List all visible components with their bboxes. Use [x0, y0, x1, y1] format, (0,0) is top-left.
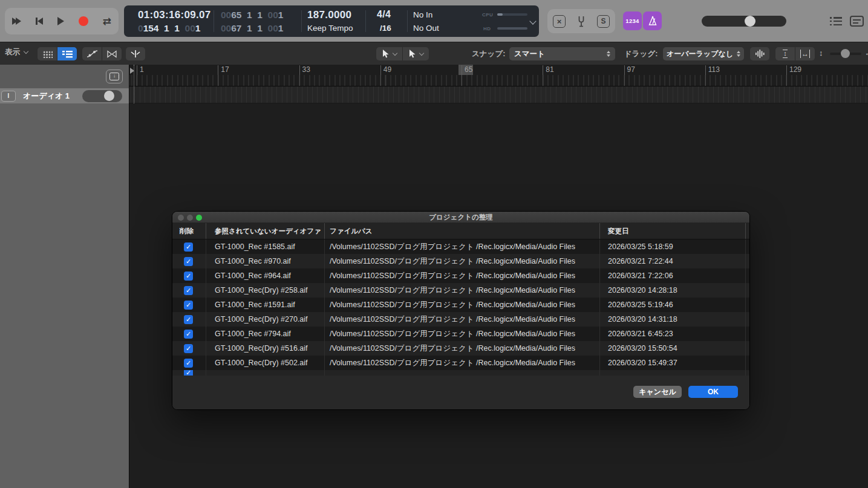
modified-date-cell: 2026/03/20 14:28:18	[600, 283, 746, 298]
snap-dropdown[interactable]: スマート	[509, 47, 615, 60]
delete-checkbox[interactable]: ✓	[184, 301, 193, 310]
delete-checkbox[interactable]: ✓	[184, 257, 193, 266]
count-in-button[interactable]: 1234	[623, 11, 642, 30]
grid-view-button[interactable]	[38, 47, 57, 60]
waveform-zoom-button[interactable]	[750, 47, 769, 60]
command-click-tool-menu[interactable]	[402, 47, 429, 60]
delete-checkbox[interactable]: ✓	[184, 370, 193, 376]
modified-date-cell: 2026/03/20 14:31:18	[600, 312, 746, 327]
stub-cell	[746, 312, 749, 327]
file-name-cell: GT-1000_Rec(Dry) #258.aif	[206, 283, 325, 298]
column-header-filename[interactable]: 参照されていないオーディオファイル	[206, 223, 325, 239]
delete-checkbox[interactable]: ✓	[184, 242, 193, 252]
zoom-window-button[interactable]	[196, 215, 202, 221]
lcd-bar-position[interactable]: 0154 1 1 001	[138, 23, 200, 34]
track-header-audio-1[interactable]: I オーディオ 1	[0, 88, 129, 103]
ok-button[interactable]: OK	[688, 386, 738, 398]
midi-panic-button[interactable]: ×	[553, 15, 566, 28]
lcd-time-signature[interactable]: 4/4	[377, 9, 391, 20]
delete-checkbox[interactable]: ✓	[184, 359, 193, 368]
table-row[interactable]: ✓GT-1000_Rec #964.aif/Volumes/1102SSD/ブロ…	[172, 268, 749, 283]
column-header-delete[interactable]: 削除	[172, 223, 206, 239]
track-header-config-button[interactable]: ↓	[106, 70, 123, 83]
delete-checkbox[interactable]: ✓	[184, 344, 193, 353]
lcd-divider	[407, 10, 408, 32]
cancel-button[interactable]: キャンセル	[633, 386, 682, 398]
automation-button[interactable]	[82, 47, 102, 60]
close-button[interactable]	[178, 215, 184, 221]
file-name-cell: GT-1000_Rec #794.aif	[206, 327, 325, 341]
project-cleanup-dialog: プロジェクトの整理 削除 参照されていないオーディオファイル ファイルパス 変更…	[172, 211, 750, 410]
catch-playhead-button[interactable]	[126, 47, 145, 60]
dialog-footer: キャンセル OK	[172, 376, 749, 409]
master-volume-knob[interactable]	[745, 16, 755, 27]
delete-checkbox[interactable]: ✓	[184, 315, 193, 324]
track-name[interactable]: オーディオ 1	[23, 91, 70, 102]
checkmark-icon: ✓	[186, 302, 191, 308]
delete-checkbox[interactable]: ✓	[184, 286, 193, 295]
lcd-midi-in[interactable]: No In	[413, 10, 432, 19]
vertical-zoom-icon: ↕	[819, 48, 823, 57]
table-row[interactable]: ✓GT-1000_Rec(Dry) #516.aif/Volumes/1102S…	[172, 341, 749, 356]
lcd-smpte-position[interactable]: 01:03:16:09.07	[138, 9, 210, 21]
lcd-division[interactable]: /16	[380, 24, 391, 33]
table-row[interactable]: ✓GT-1000_Rec(Dry) #502.aif/Volumes/1102S…	[172, 356, 749, 370]
dialog-titlebar[interactable]: プロジェクトの整理	[172, 212, 749, 223]
file-path-cell	[325, 370, 600, 376]
horizontal-auto-zoom-button[interactable]: ↔	[795, 47, 815, 60]
playhead-line[interactable]	[134, 65, 134, 103]
column-header-modified[interactable]: 変更日	[600, 223, 746, 239]
cursor-arrow-icon	[382, 50, 389, 58]
dialog-title: プロジェクトの整理	[172, 212, 749, 223]
lcd-tempo-mode[interactable]: Keep Tempo	[307, 24, 353, 33]
view-menu-button[interactable]: 表示	[5, 47, 28, 57]
rewind-icon	[38, 18, 43, 25]
record-icon	[79, 16, 88, 26]
cycle-icon: ⇄	[103, 16, 111, 27]
column-header-filepath[interactable]: ファイルパス	[325, 223, 600, 239]
table-row[interactable]: ✓GT-1000_Rec #970.aif/Volumes/1102SSD/ブロ…	[172, 254, 749, 268]
tuner-button[interactable]	[576, 16, 586, 27]
solo-mode-button[interactable]: S	[597, 15, 610, 28]
metronome-button[interactable]	[643, 11, 662, 30]
file-name-cell: GT-1000_Rec #964.aif	[206, 268, 325, 283]
track-on-off-toggle[interactable]	[82, 90, 122, 102]
lcd-display[interactable]: 01:03:16:09.07 0154 1 1 001 0065 1 1 001…	[124, 5, 539, 37]
stub-cell	[746, 370, 749, 376]
vertical-auto-zoom-button[interactable]: ↕	[775, 47, 795, 60]
play-button[interactable]	[57, 17, 64, 25]
list-editors-button[interactable]	[830, 17, 842, 25]
left-click-tool-menu[interactable]	[376, 47, 402, 60]
lcd-options-chevron-icon[interactable]	[529, 18, 536, 24]
table-row[interactable]: ✓GT-1000_Rec(Dry) #270.aif/Volumes/1102S…	[172, 312, 749, 327]
list-view-button[interactable]	[57, 47, 77, 60]
lcd-cycle-right-locator[interactable]: 0067 1 1 001	[221, 23, 283, 34]
cycle-button[interactable]: ⇄	[103, 16, 111, 27]
forward-button[interactable]	[12, 18, 21, 25]
vertical-zoom-knob[interactable]	[841, 49, 850, 58]
checkmark-icon: ✓	[186, 258, 191, 265]
lcd-cycle-left-locator[interactable]: 0065 1 1 001	[221, 10, 283, 21]
record-button[interactable]	[79, 16, 88, 26]
file-path-cell: /Volumes/1102SSD/ブログ用プロジェクト /Rec.logicx/…	[325, 341, 600, 356]
table-row-partial[interactable]: ✓	[172, 370, 749, 376]
lcd-midi-out[interactable]: No Out	[413, 24, 439, 33]
ruler-bar-number: 81	[546, 65, 553, 74]
delete-checkbox[interactable]: ✓	[184, 330, 193, 339]
lcd-tempo[interactable]: 187.0000	[307, 9, 351, 21]
drag-dropdown[interactable]: オーバーラップなし	[663, 47, 744, 60]
table-row[interactable]: ✓GT-1000_Rec #1585.aif/Volumes/1102SSD/ブ…	[172, 239, 749, 254]
input-monitor-badge[interactable]: I	[1, 91, 16, 102]
lcd-divider	[301, 10, 302, 32]
notes-button[interactable]	[850, 16, 864, 27]
table-row[interactable]: ✓GT-1000_Rec #794.aif/Volumes/1102SSD/ブロ…	[172, 327, 749, 341]
flex-button[interactable]	[102, 47, 122, 60]
table-row[interactable]: ✓GT-1000_Rec(Dry) #258.aif/Volumes/1102S…	[172, 283, 749, 298]
master-volume-slider[interactable]	[702, 16, 786, 27]
audio-track-lane[interactable]	[129, 86, 868, 103]
delete-checkbox[interactable]: ✓	[184, 272, 193, 281]
table-row[interactable]: ✓GT-1000_Rec #1591.aif/Volumes/1102SSD/ブ…	[172, 298, 749, 312]
minimize-button[interactable]	[187, 215, 193, 221]
rewind-button[interactable]	[36, 18, 43, 25]
bar-ruler[interactable]: 1173349658197113129	[129, 65, 868, 86]
